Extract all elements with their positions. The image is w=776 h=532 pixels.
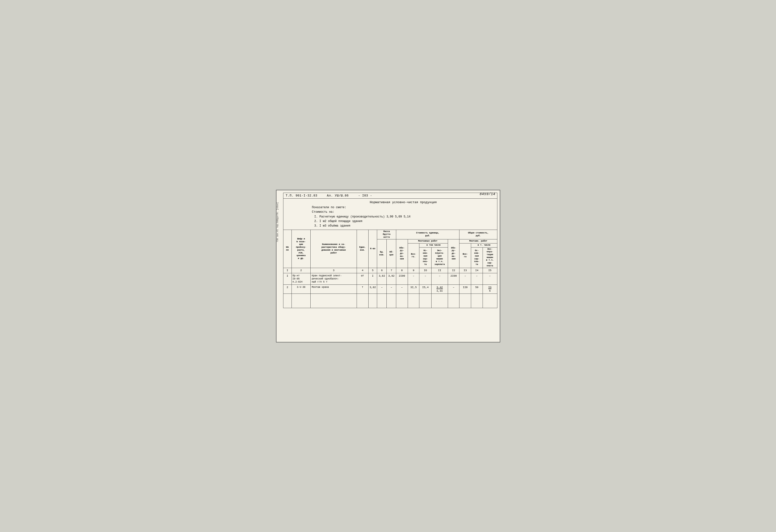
row1-mont-vsego: –	[408, 273, 419, 284]
row1-ed: шт	[357, 273, 368, 284]
th-obst-eksp: Экс-плуа-тациямашинв т.ч.зар-плата	[482, 247, 497, 268]
header-row: Т.П. 901-I-32.83 Ал. УШ/Ш.86 - I03 -	[283, 193, 498, 198]
row1-obst-osnov: –	[471, 273, 483, 284]
row2-ed: т	[357, 284, 368, 294]
th-massa-group: Массабруттонетто	[377, 230, 396, 239]
row2-shifr: 3-V-38	[292, 284, 311, 294]
idx-4: 4	[357, 268, 368, 273]
row2-naim: Монтаж крана	[311, 284, 357, 294]
table-row: I Пр-нтI9-05п.2-024 Кран подвесной элект…	[283, 273, 497, 284]
side-text: 738 зак.41 тир.500дат78. [43ол]	[276, 202, 281, 242]
page-container: 8459/14 738 зак.41 тир.500дат78. [43ол] …	[276, 190, 500, 342]
idx-1: I	[283, 268, 292, 273]
idx-15: I5	[482, 268, 497, 273]
info-item-2: 2. I м2 общей площади здания	[315, 219, 495, 224]
table-row-empty-1	[283, 294, 497, 308]
th-steim-group: Стоимость единицы,руб.	[396, 230, 459, 239]
num-label: - I03 -	[358, 194, 372, 198]
main-content: Т.П. 901-I-32.83 Ал. УШ/Ш.86 - I03 - Нор…	[283, 193, 498, 308]
row2-obst-osnov: 59	[471, 284, 483, 294]
row1-obst-eksp: –	[482, 273, 497, 284]
row2-mont-eksp: 3,42 I,3I	[431, 284, 448, 294]
idx-9: 9	[408, 268, 419, 273]
row1-naim: Кран подвесной элект-рический однобалоч-…	[311, 273, 357, 284]
fraction-eksp: 3,42 I,3I	[436, 286, 443, 293]
th-obst-mont-group: Монтажн. работ	[459, 239, 497, 243]
row1-massa-ed: 3,82	[377, 273, 387, 284]
idx-10: IO	[419, 268, 431, 273]
row1-obst-obo: 2I00	[448, 273, 459, 284]
th-obst-obo: Обо-ру-до-ва-ния	[448, 239, 459, 268]
info-items: I. Расчетную единицу (производительность…	[315, 215, 495, 228]
th-naim: Наименование и ха-рактеристика обору-дов…	[311, 230, 357, 268]
row2-nn: 2	[283, 284, 292, 294]
idx-2: 2	[292, 268, 311, 273]
th-obo: Обо-ру-до-ва-ния	[396, 239, 408, 268]
th-nn: №№пп	[283, 230, 292, 268]
idx-12: I2	[448, 268, 459, 273]
th-obst-osnov: Ос-нов-наязар-пла-та	[471, 247, 483, 268]
info-subtitle: Показатели по смете: Стоимость на:	[312, 205, 495, 214]
header-group-row-1: №№пп Шифр и№ пози-циипрейску-ранта,УСН,ц…	[283, 230, 497, 239]
row1-mont-osnov: –	[419, 273, 431, 284]
th-vtomchisle: в том числе	[419, 243, 448, 247]
idx-3: 3	[311, 268, 357, 273]
idx-6: 6	[377, 268, 387, 273]
idx-14: I4	[471, 268, 483, 273]
row2-kvo: 3,82	[368, 284, 377, 294]
row1-shifr: Пр-нтI9-05п.2-024	[292, 273, 311, 284]
al-label: Ал. УШ/Ш.86	[327, 194, 349, 198]
idx-7: 7	[387, 268, 396, 273]
row2-mont-vsego: 3I,5	[408, 284, 419, 294]
th-obst-group: Общая стоимость,руб.	[459, 230, 497, 239]
fraction-obst-eksp: I3 5	[488, 286, 492, 293]
row2-mont-osnov: I5,4	[419, 284, 431, 294]
th-shifr: Шифр и№ пози-циипрейску-ранта,УСН,ценник…	[292, 230, 311, 268]
th-mont-group: Монтажных работ	[408, 239, 448, 243]
table-row: 2 3-V-38 Монтаж крана т 3,82 – – – 3I,5 …	[283, 284, 497, 294]
th-kvo: К-во	[368, 230, 377, 268]
idx-5: 5	[368, 268, 377, 273]
idx-8: 8	[396, 268, 408, 273]
row2-obst-obo: –	[448, 284, 459, 294]
row1-obst-vsego: –	[459, 273, 471, 284]
idx-11: II	[431, 268, 448, 273]
row2-obo: –	[396, 284, 408, 294]
info-item-3: 3. I м3 объёма здания	[315, 224, 495, 228]
row1-obo: 2I00	[396, 273, 408, 284]
th-ed: Един.изм.	[357, 230, 368, 268]
th-massa-ob: Об-щая	[387, 239, 396, 268]
row2-massa-ob: –	[387, 284, 396, 294]
th-mont-eksp: Экс-плуата-циямашинв т.ч.зарплата	[431, 247, 448, 268]
info-item-1: I. Расчетную единицу (производительность…	[315, 215, 495, 219]
info-block: Нормативная условно-чистая продукция Пок…	[283, 198, 498, 230]
index-row: I 2 3 4 5 6 7 8 9 IO II I2 I3 I4 I5	[283, 268, 497, 273]
row2-obst-eksp: I3 5	[482, 284, 497, 294]
row2-obst-vsego: I20	[459, 284, 471, 294]
th-obst-vsego: Все-го	[459, 243, 471, 268]
info-title: Нормативная условно-чистая продукция	[312, 200, 495, 205]
row1-massa-ob: 3,82	[387, 273, 396, 284]
th-mont-osnov: Ос-нов-наязар-пла-та	[419, 247, 431, 268]
row1-kvo: I	[368, 273, 377, 284]
main-table: №№пп Шифр и№ пози-циипрейску-ранта,УСН,ц…	[283, 230, 498, 308]
tp-label: Т.П. 901-I-32.83	[286, 194, 318, 198]
page-number: 8459/14	[480, 192, 496, 196]
row1-mont-eksp: –	[431, 273, 448, 284]
th-obst-vtomchisle: в т. числе	[471, 243, 497, 247]
idx-13: I3	[459, 268, 471, 273]
row1-nn: I	[283, 273, 292, 284]
th-massa-ed: Ед.изм.	[377, 239, 387, 268]
th-mont-vsego: Все-го.	[408, 243, 419, 268]
row2-massa-ed: –	[377, 284, 387, 294]
